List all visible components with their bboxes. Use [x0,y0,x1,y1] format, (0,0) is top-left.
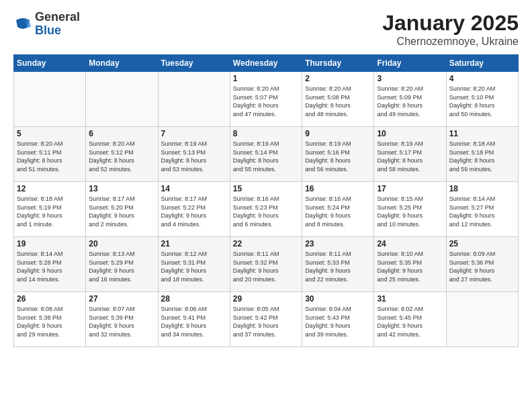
weekday-header-saturday: Saturday [446,55,518,72]
day-detail-24: Sunrise: 8:10 AM Sunset: 5:35 PM Dayligh… [377,250,443,283]
day-cell-23: 23Sunrise: 8:11 AM Sunset: 5:33 PM Dayli… [302,237,374,292]
day-number-3: 3 [377,74,443,83]
day-cell-15: 15Sunrise: 8:16 AM Sunset: 5:23 PM Dayli… [230,182,302,237]
day-number-30: 30 [305,294,371,304]
day-detail-18: Sunrise: 8:14 AM Sunset: 5:27 PM Dayligh… [449,195,515,228]
day-cell-22: 22Sunrise: 8:11 AM Sunset: 5:32 PM Dayli… [230,237,302,292]
day-cell-25: 25Sunrise: 8:09 AM Sunset: 5:36 PM Dayli… [446,237,518,292]
day-cell-24: 24Sunrise: 8:10 AM Sunset: 5:35 PM Dayli… [374,237,446,292]
day-number-6: 6 [89,129,154,138]
day-number-31: 31 [377,294,443,304]
day-cell-27: 27Sunrise: 8:07 AM Sunset: 5:39 PM Dayli… [86,292,158,347]
logo-icon [13,15,32,34]
day-number-16: 16 [305,184,371,193]
day-number-5: 5 [17,129,83,138]
day-cell-21: 21Sunrise: 8:12 AM Sunset: 5:31 PM Dayli… [158,237,230,292]
day-number-12: 12 [17,184,83,193]
day-number-26: 26 [17,294,83,304]
day-number-7: 7 [161,129,227,138]
day-cell-16: 16Sunrise: 8:16 AM Sunset: 5:24 PM Dayli… [302,182,374,237]
week-row-4: 19Sunrise: 8:14 AM Sunset: 5:28 PM Dayli… [14,237,519,292]
day-detail-29: Sunrise: 8:05 AM Sunset: 5:42 PM Dayligh… [233,305,299,338]
day-number-10: 10 [377,129,443,138]
weekday-header-tuesday: Tuesday [158,55,230,72]
day-cell-2: 2Sunrise: 8:20 AM Sunset: 5:08 PM Daylig… [302,72,374,127]
title-block: January 2025 Chernozemnoye, Ukraine [382,11,519,48]
day-cell-1: 1Sunrise: 8:20 AM Sunset: 5:07 PM Daylig… [230,72,302,127]
day-detail-2: Sunrise: 8:20 AM Sunset: 5:08 PM Dayligh… [305,85,371,118]
day-detail-17: Sunrise: 8:15 AM Sunset: 5:25 PM Dayligh… [377,195,443,228]
day-number-19: 19 [17,239,83,248]
day-number-28: 28 [161,294,227,304]
weekday-header-wednesday: Wednesday [230,55,302,72]
day-number-29: 29 [233,294,299,304]
month-title: January 2025 [382,11,519,36]
empty-cell [86,72,158,127]
day-cell-13: 13Sunrise: 8:17 AM Sunset: 5:20 PM Dayli… [86,182,158,237]
day-number-25: 25 [449,239,515,248]
day-number-27: 27 [89,294,154,304]
day-detail-9: Sunrise: 8:19 AM Sunset: 5:16 PM Dayligh… [305,140,371,173]
empty-cell [446,292,518,347]
day-detail-16: Sunrise: 8:16 AM Sunset: 5:24 PM Dayligh… [305,195,371,228]
day-cell-11: 11Sunrise: 8:18 AM Sunset: 5:18 PM Dayli… [446,127,518,182]
week-row-3: 12Sunrise: 8:18 AM Sunset: 5:19 PM Dayli… [14,182,519,237]
day-detail-27: Sunrise: 8:07 AM Sunset: 5:39 PM Dayligh… [89,305,154,338]
week-row-2: 5Sunrise: 8:20 AM Sunset: 5:11 PM Daylig… [14,127,519,182]
day-cell-12: 12Sunrise: 8:18 AM Sunset: 5:19 PM Dayli… [14,182,86,237]
day-number-9: 9 [305,129,371,138]
weekday-header-friday: Friday [374,55,446,72]
day-cell-6: 6Sunrise: 8:20 AM Sunset: 5:12 PM Daylig… [86,127,158,182]
day-number-20: 20 [89,239,154,248]
day-number-8: 8 [233,129,299,138]
day-cell-19: 19Sunrise: 8:14 AM Sunset: 5:28 PM Dayli… [14,237,86,292]
day-number-1: 1 [233,74,299,83]
day-detail-5: Sunrise: 8:20 AM Sunset: 5:11 PM Dayligh… [17,140,83,173]
day-detail-4: Sunrise: 8:20 AM Sunset: 5:10 PM Dayligh… [449,85,515,118]
day-cell-17: 17Sunrise: 8:15 AM Sunset: 5:25 PM Dayli… [374,182,446,237]
day-number-23: 23 [305,239,371,248]
header: General Blue January 2025 Chernozemnoye,… [13,11,519,48]
location-title: Chernozemnoye, Ukraine [382,36,519,48]
day-number-18: 18 [449,184,515,193]
day-cell-20: 20Sunrise: 8:13 AM Sunset: 5:29 PM Dayli… [86,237,158,292]
day-detail-6: Sunrise: 8:20 AM Sunset: 5:12 PM Dayligh… [89,140,154,173]
day-number-4: 4 [449,74,515,83]
logo: General Blue [13,11,80,38]
day-detail-23: Sunrise: 8:11 AM Sunset: 5:33 PM Dayligh… [305,250,371,283]
week-row-5: 26Sunrise: 8:08 AM Sunset: 5:38 PM Dayli… [14,292,519,347]
day-detail-12: Sunrise: 8:18 AM Sunset: 5:19 PM Dayligh… [17,195,83,228]
day-detail-25: Sunrise: 8:09 AM Sunset: 5:36 PM Dayligh… [449,250,515,283]
day-number-21: 21 [161,239,227,248]
day-detail-14: Sunrise: 8:17 AM Sunset: 5:22 PM Dayligh… [161,195,227,228]
day-detail-13: Sunrise: 8:17 AM Sunset: 5:20 PM Dayligh… [89,195,154,228]
day-detail-10: Sunrise: 8:19 AM Sunset: 5:17 PM Dayligh… [377,140,443,173]
day-detail-7: Sunrise: 8:19 AM Sunset: 5:13 PM Dayligh… [161,140,227,173]
day-cell-26: 26Sunrise: 8:08 AM Sunset: 5:38 PM Dayli… [14,292,86,347]
day-cell-31: 31Sunrise: 8:02 AM Sunset: 5:45 PM Dayli… [374,292,446,347]
day-detail-20: Sunrise: 8:13 AM Sunset: 5:29 PM Dayligh… [89,250,154,283]
day-number-17: 17 [377,184,443,193]
day-detail-19: Sunrise: 8:14 AM Sunset: 5:28 PM Dayligh… [17,250,83,283]
day-cell-30: 30Sunrise: 8:04 AM Sunset: 5:43 PM Dayli… [302,292,374,347]
day-cell-18: 18Sunrise: 8:14 AM Sunset: 5:27 PM Dayli… [446,182,518,237]
day-detail-15: Sunrise: 8:16 AM Sunset: 5:23 PM Dayligh… [233,195,299,228]
day-cell-7: 7Sunrise: 8:19 AM Sunset: 5:13 PM Daylig… [158,127,230,182]
logo-text: General Blue [35,11,80,38]
weekday-header-thursday: Thursday [302,55,374,72]
day-cell-10: 10Sunrise: 8:19 AM Sunset: 5:17 PM Dayli… [374,127,446,182]
day-number-24: 24 [377,239,443,248]
day-detail-3: Sunrise: 8:20 AM Sunset: 5:09 PM Dayligh… [377,85,443,118]
day-number-15: 15 [233,184,299,193]
day-number-11: 11 [449,129,515,138]
page: General Blue January 2025 Chernozemnoye,… [0,0,532,411]
day-cell-29: 29Sunrise: 8:05 AM Sunset: 5:42 PM Dayli… [230,292,302,347]
day-number-14: 14 [161,184,227,193]
day-number-22: 22 [233,239,299,248]
day-detail-1: Sunrise: 8:20 AM Sunset: 5:07 PM Dayligh… [233,85,299,118]
weekday-header-row: SundayMondayTuesdayWednesdayThursdayFrid… [14,55,519,72]
day-number-13: 13 [89,184,154,193]
day-cell-9: 9Sunrise: 8:19 AM Sunset: 5:16 PM Daylig… [302,127,374,182]
day-detail-11: Sunrise: 8:18 AM Sunset: 5:18 PM Dayligh… [449,140,515,173]
weekday-header-monday: Monday [86,55,158,72]
